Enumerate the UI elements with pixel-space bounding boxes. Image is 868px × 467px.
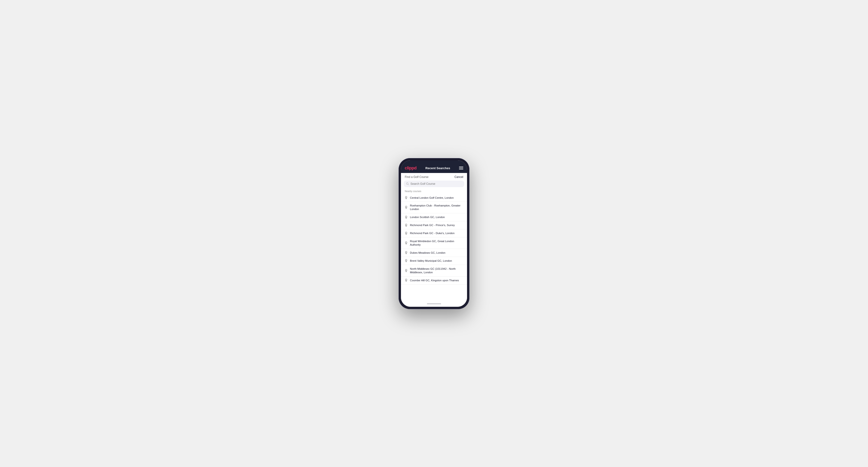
course-name: London Scottish GC, London	[410, 215, 445, 219]
course-name: Royal Wimbledon GC, Great London Authori…	[410, 240, 463, 247]
search-input[interactable]	[410, 182, 462, 185]
cancel-button[interactable]: Cancel	[455, 175, 463, 179]
find-header: Find a Golf Course Cancel	[401, 173, 467, 181]
phone-device: clippd Recent Searches Find a Golf Cours…	[399, 158, 469, 309]
course-name: Brent Valley Municipal GC, London	[410, 259, 452, 262]
course-item[interactable]: Richmond Park GC - Prince's, Surrey	[401, 221, 467, 229]
course-item[interactable]: North Middlesex GC (1011942 - North Midd…	[401, 265, 467, 277]
course-name: Dukes Meadows GC, London	[410, 251, 445, 255]
home-bar	[427, 304, 441, 304]
menu-icon[interactable]	[459, 166, 463, 169]
nav-header: clippd Recent Searches	[401, 164, 467, 173]
location-icon	[405, 196, 408, 199]
course-name: North Middlesex GC (1011942 - North Midd…	[410, 267, 463, 274]
find-title: Find a Golf Course	[405, 175, 429, 179]
nearby-label: Nearby courses	[401, 189, 467, 194]
location-icon	[405, 279, 408, 282]
home-indicator	[401, 301, 467, 307]
location-icon	[405, 241, 408, 245]
course-name: Richmond Park GC - Duke's, London	[410, 231, 455, 235]
course-name: Central London Golf Centre, London	[410, 196, 454, 199]
course-item[interactable]: Dukes Meadows GC, London	[401, 249, 467, 257]
location-icon	[405, 216, 408, 219]
content-area: Find a Golf Course Cancel Nearby courses	[401, 173, 467, 301]
course-list: Central London Golf Centre, London Roeha…	[401, 194, 467, 285]
svg-line-1	[408, 184, 409, 185]
location-icon	[405, 232, 408, 235]
location-icon	[405, 259, 408, 262]
course-item[interactable]: Roehampton Club - Roehampton, Greater Lo…	[401, 202, 467, 213]
course-name: Roehampton Club - Roehampton, Greater Lo…	[410, 204, 463, 211]
course-item[interactable]: Richmond Park GC - Duke's, London	[401, 229, 467, 238]
location-icon	[405, 251, 408, 254]
course-item[interactable]: Royal Wimbledon GC, Great London Authori…	[401, 238, 467, 249]
nav-title: Recent Searches	[426, 166, 450, 170]
search-input-wrapper	[404, 181, 464, 187]
location-icon	[405, 206, 408, 209]
app-logo: clippd	[405, 166, 416, 170]
course-name: Coombe Hill GC, Kingston upon Thames	[410, 279, 459, 282]
course-item[interactable]: Coombe Hill GC, Kingston upon Thames	[401, 277, 467, 285]
course-item[interactable]: Brent Valley Municipal GC, London	[401, 257, 467, 265]
search-icon	[406, 182, 409, 185]
search-container	[401, 181, 467, 189]
course-item[interactable]: London Scottish GC, London	[401, 213, 467, 221]
location-icon	[405, 224, 408, 227]
location-icon	[405, 269, 408, 272]
status-bar	[401, 160, 467, 164]
nearby-section: Nearby courses Central London Golf Centr…	[401, 189, 467, 301]
course-name: Richmond Park GC - Prince's, Surrey	[410, 223, 455, 227]
phone-screen: clippd Recent Searches Find a Golf Cours…	[401, 160, 467, 307]
course-item[interactable]: Central London Golf Centre, London	[401, 194, 467, 202]
